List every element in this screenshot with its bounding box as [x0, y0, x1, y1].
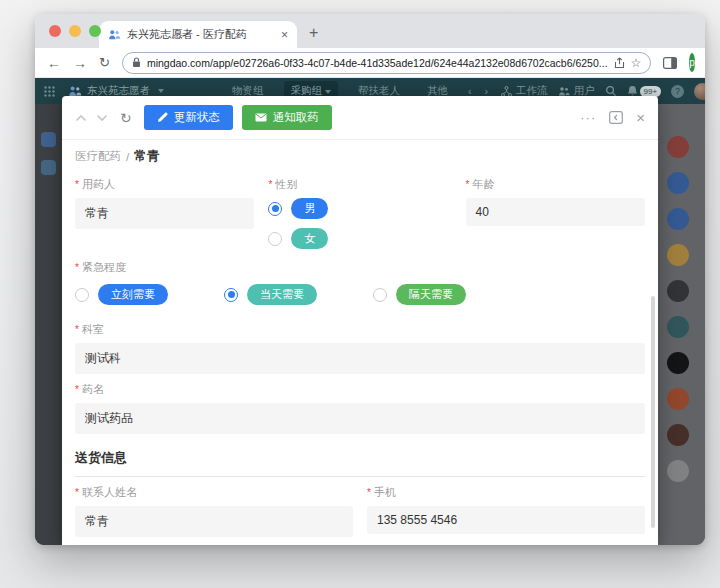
- chat-avatar: [667, 424, 689, 446]
- workflow-icon: [501, 86, 512, 97]
- required-mark: *: [268, 179, 272, 190]
- phone-input[interactable]: 135 8555 4546: [367, 506, 645, 534]
- gender-option-female[interactable]: 女: [268, 228, 451, 249]
- field-patient-label: *用药人: [75, 177, 254, 192]
- age-input[interactable]: 40: [466, 198, 645, 226]
- next-record-icon[interactable]: [96, 114, 108, 122]
- field-patient: *用药人 常青: [75, 169, 254, 258]
- field-phone: *手机 135 8555 4546: [367, 477, 645, 537]
- field-phone-label: *手机: [367, 485, 645, 500]
- update-status-label: 更新状态: [174, 110, 220, 125]
- field-age: *年龄 40: [466, 169, 645, 258]
- urgency-option-nextday[interactable]: 隔天需要: [373, 284, 466, 305]
- forward-icon[interactable]: →: [73, 56, 87, 70]
- tab-close-icon[interactable]: ×: [281, 28, 288, 42]
- url-bar[interactable]: mingdao.com/app/e02726a6-0f33-4c07-b4de-…: [122, 52, 651, 74]
- chat-avatar: [667, 388, 689, 410]
- required-mark: *: [75, 262, 79, 273]
- refresh-record-icon[interactable]: ↻: [120, 110, 132, 126]
- nav-item-purchasing-label: 采购组: [291, 84, 323, 96]
- field-room: *几零几 602: [367, 537, 645, 545]
- envelope-icon: [255, 113, 267, 122]
- tab-title: 东兴苑志愿者 - 医疗配药: [127, 27, 275, 42]
- field-gender-label: *性别: [268, 177, 451, 192]
- urgency-nextday-pill: 隔天需要: [396, 284, 466, 305]
- tab-strip: 东兴苑志愿者 - 医疗配药 × +: [35, 14, 705, 48]
- radio-unselected-icon[interactable]: [75, 288, 89, 302]
- field-department-label: *科室: [75, 322, 645, 337]
- urgency-options: 立刻需要 当天需要 隔天需要: [75, 281, 645, 314]
- reload-icon[interactable]: ↻: [99, 55, 110, 70]
- share-icon[interactable]: [614, 57, 625, 69]
- more-actions-icon[interactable]: ···: [580, 110, 596, 125]
- minimize-window-button[interactable]: [69, 25, 81, 37]
- urgency-option-sameday[interactable]: 当天需要: [224, 284, 317, 305]
- dimmed-right-panel: [658, 104, 705, 545]
- chat-avatar: [667, 208, 689, 230]
- notification-badge: 99+: [640, 86, 662, 97]
- side-panel-icon[interactable]: [663, 57, 677, 69]
- expand-panel-icon[interactable]: [609, 111, 623, 124]
- dimmed-left-sidebar: [35, 104, 62, 545]
- breadcrumb-parent[interactable]: 医疗配药: [75, 149, 121, 164]
- profile-avatar[interactable]: p: [689, 53, 695, 72]
- bookmark-star-icon[interactable]: ☆: [631, 56, 642, 70]
- radio-selected-icon[interactable]: [268, 202, 282, 216]
- urgency-sameday-pill: 当天需要: [247, 284, 317, 305]
- user-avatar[interactable]: [694, 83, 705, 100]
- required-mark: *: [466, 179, 470, 190]
- urgency-option-immediate[interactable]: 立刻需要: [75, 284, 168, 305]
- field-gender: *性别 男 女: [268, 169, 451, 258]
- url-text: mingdao.com/app/e02726a6-0f33-4c07-b4de-…: [147, 57, 608, 69]
- radio-unselected-icon[interactable]: [373, 288, 387, 302]
- required-mark: *: [75, 487, 79, 498]
- delivery-section-title: 送货信息: [75, 449, 645, 477]
- medicine-input[interactable]: 测试药品: [75, 403, 645, 434]
- close-modal-icon[interactable]: ×: [636, 109, 645, 126]
- back-icon[interactable]: ←: [47, 56, 61, 70]
- required-mark: *: [367, 487, 371, 498]
- breadcrumb-current: 常青: [134, 148, 159, 165]
- chat-avatar: [667, 172, 689, 194]
- contact-name-input[interactable]: 常青: [75, 506, 353, 537]
- field-contact-name: *联系人姓名 常青: [75, 477, 353, 537]
- chat-avatar: [667, 316, 689, 338]
- field-contact-name-label: *联系人姓名: [75, 485, 353, 500]
- radio-selected-icon[interactable]: [224, 288, 238, 302]
- lock-icon: [132, 57, 141, 68]
- record-detail-modal: ↻ 更新状态 通知取药 ··· × 医疗配药 / 常青: [62, 96, 658, 545]
- app-launcher-icon[interactable]: [44, 86, 55, 97]
- radio-unselected-icon[interactable]: [268, 232, 282, 246]
- required-mark: *: [75, 179, 79, 190]
- sidebar-view-icon: [41, 132, 56, 147]
- update-status-button[interactable]: 更新状态: [144, 105, 233, 130]
- chat-avatar: [667, 136, 689, 158]
- field-medicine-label: *药名: [75, 382, 645, 397]
- record-toolbar: ↻ 更新状态 通知取药 ··· ×: [62, 96, 658, 140]
- tab-favicon-people-icon: [108, 28, 121, 41]
- right-avatar-strip: [667, 136, 689, 482]
- users-icon: [558, 86, 570, 96]
- maximize-window-button[interactable]: [89, 25, 101, 37]
- urgency-immediate-pill: 立刻需要: [98, 284, 168, 305]
- field-unit: *几单元 39: [75, 537, 353, 545]
- new-tab-button[interactable]: +: [309, 25, 318, 41]
- chevron-down-icon: [158, 89, 164, 93]
- department-input[interactable]: 测试科: [75, 343, 645, 374]
- notify-pickup-button[interactable]: 通知取药: [242, 105, 332, 130]
- patient-input[interactable]: 常青: [75, 198, 254, 229]
- gender-female-pill: 女: [291, 228, 328, 249]
- pencil-icon: [157, 112, 168, 123]
- field-age-label: *年龄: [466, 177, 645, 192]
- gender-option-male[interactable]: 男: [268, 198, 451, 219]
- chevron-down-icon: [325, 90, 331, 94]
- browser-tab[interactable]: 东兴苑志愿者 - 医疗配药 ×: [99, 21, 297, 48]
- modal-scrollbar[interactable]: [651, 296, 655, 528]
- help-icon[interactable]: ?: [671, 85, 684, 98]
- record-form: *用药人 常青 *性别 男 女 *年龄 40: [62, 169, 658, 545]
- previous-record-icon[interactable]: [75, 114, 87, 122]
- close-window-button[interactable]: [49, 25, 61, 37]
- chat-avatar: [667, 244, 689, 266]
- required-mark: *: [75, 324, 79, 335]
- notify-pickup-label: 通知取药: [273, 110, 319, 125]
